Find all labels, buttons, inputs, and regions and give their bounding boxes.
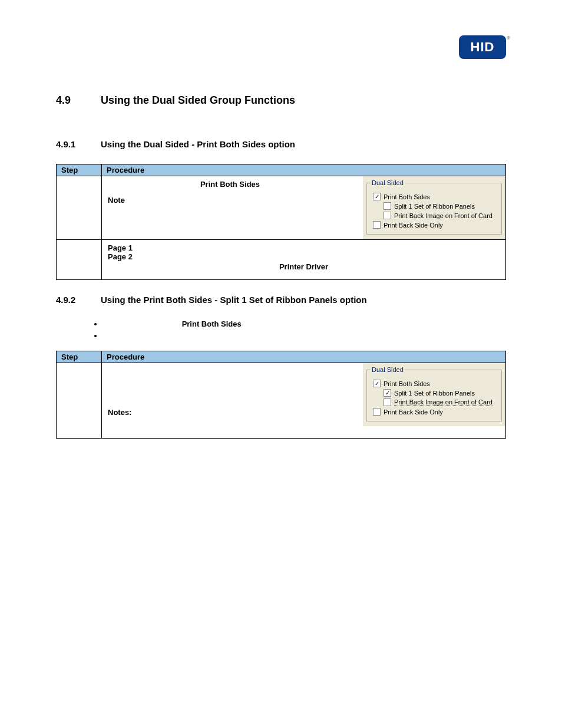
checkbox-label: Print Back Side Only [384, 409, 443, 416]
step-header: Step [57, 164, 102, 176]
checkbox-checked-icon: ✓ [384, 389, 391, 397]
section-number: 4.9 [56, 94, 101, 107]
print-both-sides-bullet: Print Both Sides [182, 319, 242, 328]
note-label: Note [108, 196, 125, 205]
trademark-mark: ® [507, 35, 510, 41]
procedure-header: Procedure [102, 164, 506, 176]
table-header-row: Step Procedure [57, 351, 506, 363]
checkbox-label: Split 1 Set of Ribbon Panels [394, 390, 475, 397]
subsection-heading-1: 4.9.1 Using the Dual Sided - Print Both … [56, 139, 506, 149]
print-back-only-checkbox-row[interactable]: Print Back Side Only [373, 221, 498, 229]
checkbox-checked-icon: ✓ [373, 380, 381, 387]
checkbox-label: Print Back Image on Front of Card [394, 212, 492, 219]
print-both-sides-checkbox-row[interactable]: ✓ Print Both Sides [373, 380, 498, 387]
procedure-table-2: Step Procedure Notes: Dual Sided ✓ [56, 351, 506, 439]
page: HID ® 4.9 Using the Dual Sided Group Fun… [0, 0, 562, 728]
checkbox-label: Print Both Sides [384, 380, 430, 387]
table-header-row: Step Procedure [57, 164, 506, 176]
subsection-number: 4.9.2 [56, 295, 101, 305]
print-both-sides-checkbox-row[interactable]: ✓ Print Both Sides [373, 193, 498, 200]
hid-logo: HID [459, 35, 506, 59]
list-item: Print Both Sides [103, 319, 506, 328]
procedure-cell: Notes: [102, 363, 359, 439]
printer-driver-label: Printer Driver [279, 262, 328, 271]
page2-label: Page 2 [108, 252, 133, 261]
table-row: Print Both Sides Note Dual Sided ✓ Print… [57, 176, 506, 240]
section-heading: 4.9 Using the Dual Sided Group Functions [56, 94, 506, 107]
subsection-number: 4.9.1 [56, 139, 101, 149]
dual-sided-panel-1: Dual Sided ✓ Print Both Sides Split 1 Se… [363, 176, 505, 239]
print-back-front-checkbox-row[interactable]: Print Back Image on Front of Card [384, 212, 498, 219]
checkbox-label: Print Both Sides [384, 193, 430, 200]
checkbox-unchecked-icon [384, 212, 391, 219]
procedure-table-1: Step Procedure Print Both Sides Note Dua… [56, 164, 506, 280]
print-back-front-checkbox-row[interactable]: Print Back Image on Front of Card [384, 398, 498, 406]
procedure-cell: Print Both Sides Note [102, 176, 359, 240]
table-row: Notes: Dual Sided ✓ Print Both Sides ✓ [57, 363, 506, 439]
print-back-only-checkbox-row[interactable]: Print Back Side Only [373, 408, 498, 416]
procedure-header: Procedure [102, 351, 506, 363]
split-ribbon-checkbox-row[interactable]: Split 1 Set of Ribbon Panels [384, 202, 498, 210]
subsection-title: Using the Dual Sided - Print Both Sides … [101, 139, 295, 149]
dual-sided-fieldset: Dual Sided ✓ Print Both Sides ✓ Split 1 … [366, 366, 502, 421]
checkbox-label: Print Back Side Only [384, 222, 443, 229]
checkbox-unchecked-icon [384, 202, 391, 210]
dual-sided-fieldset: Dual Sided ✓ Print Both Sides Split 1 Se… [366, 179, 502, 235]
subsection-title: Using the Print Both Sides - Split 1 Set… [101, 295, 367, 305]
figure-cell: Dual Sided ✓ Print Both Sides Split 1 Se… [358, 176, 506, 240]
dual-sided-legend: Dual Sided [371, 179, 405, 186]
print-both-sides-label: Print Both Sides [200, 180, 260, 189]
figure-cell: Dual Sided ✓ Print Both Sides ✓ Split 1 … [358, 363, 506, 439]
checkbox-label: Print Back Image on Front of Card [394, 398, 492, 406]
step-cell [57, 240, 102, 280]
dual-sided-legend: Dual Sided [371, 366, 405, 373]
notes-label: Notes: [108, 408, 131, 417]
dual-sided-panel-2: Dual Sided ✓ Print Both Sides ✓ Split 1 … [363, 363, 505, 426]
checkbox-checked-icon: ✓ [373, 193, 381, 200]
table-row: Page 1 Page 2 Printer Driver [57, 240, 506, 280]
section-title: Using the Dual Sided Group Functions [101, 94, 295, 107]
checkbox-unchecked-icon [373, 408, 381, 416]
checkbox-label: Split 1 Set of Ribbon Panels [394, 203, 475, 210]
content: 4.9 Using the Dual Sided Group Functions… [56, 94, 506, 439]
page1-label: Page 1 [108, 243, 133, 252]
bullet-list: Print Both Sides [103, 319, 506, 340]
list-item [103, 331, 506, 340]
step-header: Step [57, 351, 102, 363]
procedure-cell: Page 1 Page 2 Printer Driver [102, 240, 506, 280]
step-cell [57, 363, 102, 439]
split-ribbon-checkbox-row[interactable]: ✓ Split 1 Set of Ribbon Panels [384, 389, 498, 397]
checkbox-unchecked-icon [373, 221, 381, 229]
step-cell [57, 176, 102, 240]
subsection-heading-2: 4.9.2 Using the Print Both Sides - Split… [56, 295, 506, 305]
checkbox-unchecked-icon [384, 398, 391, 406]
